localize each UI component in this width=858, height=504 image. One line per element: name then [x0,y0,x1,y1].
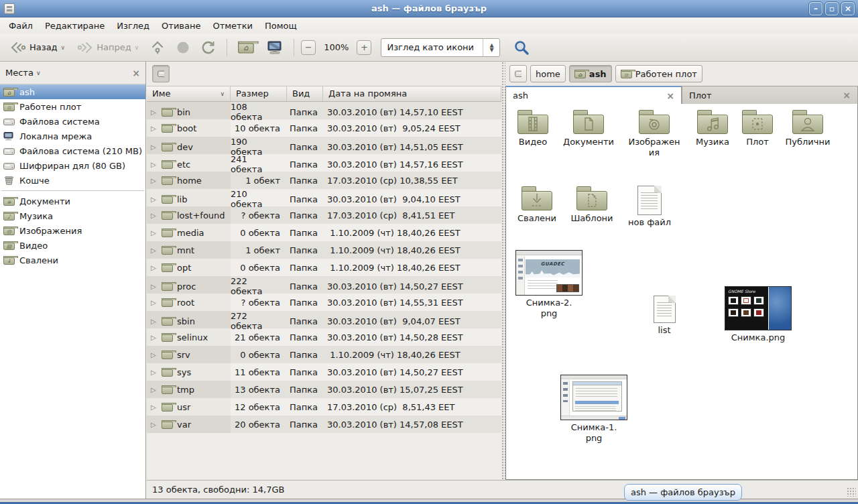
folder-item-pictures[interactable]: Изображен ия [626,109,682,159]
image-item-snimka[interactable]: GNOME Store Снимка.png [725,286,792,343]
sidebar-item-documents[interactable]: ≡ Документи [0,194,145,208]
table-row[interactable]: ▷ home 1 обект Папка 17.03.2010 (ср) 10,… [147,172,501,189]
expander-icon[interactable]: ▷ [151,177,158,184]
sidebar-item-ash[interactable]: ⌂ ash [0,84,145,99]
resize-grip[interactable] [847,487,856,497]
forward-history-chevron-icon[interactable]: ∨ [135,44,139,51]
maximize-button[interactable]: ▫ [825,2,839,15]
up-button[interactable] [146,38,169,57]
sidebar-item-desktop[interactable]: ▫ Работен плот [0,99,145,114]
table-row[interactable]: ▷ mnt 1 обект Папка 1.10.2009 (чт) 18,40… [147,241,501,259]
expander-icon[interactable]: ▷ [151,369,158,376]
table-row[interactable]: ▷ dev 190 обекта Папка 30.03.2010 (вт) 1… [147,137,501,154]
sidebar-title[interactable]: Места [5,68,34,78]
column-header-size[interactable]: Размер [231,86,287,101]
table-row[interactable]: ▷ bin 108 обекта Папка 30.03.2010 (вт) 1… [147,102,501,119]
file-item-list[interactable]: list [637,296,691,336]
folder-item-desktop[interactable]: Плот [732,109,783,147]
expander-icon[interactable]: ▷ [151,109,158,116]
folder-item-downloads[interactable]: Свалени [509,186,565,224]
table-row[interactable]: ▷ var 20 обекта Папка 30.03.2010 (вт) 14… [147,416,501,433]
expander-icon[interactable]: ▷ [151,386,158,393]
folder-item-templates[interactable]: Шаблони [564,186,620,224]
sidebar-item-pictures[interactable]: ◎ Изображения [0,223,145,238]
expander-icon[interactable]: ▷ [151,247,158,254]
back-history-chevron-icon[interactable]: ∨ [61,44,66,51]
table-row[interactable]: ▷ proc 222 обекта Папка 30.03.2010 (вт) … [147,276,501,294]
reload-button[interactable] [197,38,220,57]
sidebar-chevron-icon[interactable]: ∨ [36,70,132,76]
table-row[interactable]: ▷ opt 0 обекта Папка 1.10.2009 (чт) 18,4… [147,259,501,276]
expander-icon[interactable]: ▷ [151,125,158,132]
breadcrumb-desktop-button[interactable]: ▫ Работен плот [615,65,702,82]
sidebar-item-network[interactable]: Локална мрежа [0,129,145,143]
tab-close-icon[interactable]: × [666,90,674,101]
home-button[interactable]: ⌂ [234,40,253,54]
title-bar[interactable]: ash — файлов браузър – ▫ × [0,0,858,17]
file-item-new-file[interactable]: нов файл [620,186,679,228]
tab-plot[interactable]: Плот × [682,86,858,104]
column-header-type[interactable]: Вид [287,86,323,101]
sidebar-close-icon[interactable]: × [132,68,140,78]
table-row[interactable]: ▷ boot 10 обекта Папка 30.03.2010 (вт) 9… [147,119,501,137]
expander-icon[interactable]: ▷ [151,403,158,411]
expander-icon[interactable]: ▷ [151,283,158,290]
sidebar-item-music[interactable]: ♪ Музика [0,208,145,223]
breadcrumb-ash-button[interactable]: ⌂ ash [569,65,612,82]
image-item-snimka-2[interactable]: GUADEC Снимка-2. png [515,250,583,320]
expander-icon[interactable]: ▷ [151,264,158,271]
sidebar-item-videos[interactable]: ▤ Видео [0,238,145,253]
stop-button[interactable] [172,38,194,57]
folder-item-videos[interactable]: Видео [506,109,560,147]
tab-ash[interactable]: ash × [505,86,682,104]
expander-icon[interactable]: ▷ [151,351,158,359]
table-row[interactable]: ▷ usr 12 обекта Папка 17.03.2010 (ср) 8,… [147,398,501,416]
expander-icon[interactable]: ▷ [151,161,158,168]
zoom-in-button[interactable]: + [357,40,371,55]
expander-icon[interactable]: ▷ [151,334,158,341]
minimize-button[interactable]: – [809,2,822,15]
sidebar-item-downloads[interactable]: ↓ Свалени [0,253,145,267]
menu-view[interactable]: Изглед [111,18,156,34]
breadcrumb-home-button[interactable]: home [530,65,566,82]
sidebar-item-encrypted-80gb[interactable]: Шифриран дял (80 GB) [0,158,145,173]
menu-file[interactable]: Файл [3,18,39,34]
menu-edit[interactable]: Редактиране [39,18,111,34]
table-row[interactable]: ▷ tmp 13 обекта Папка 30.03.2010 (вт) 15… [147,381,501,398]
computer-button[interactable] [263,38,287,57]
column-header-date[interactable]: Дата на промяна [323,86,501,101]
table-row[interactable]: ▷ root ? обекта Папка 30.03.2010 (вт) 14… [147,294,501,311]
menu-bookmarks[interactable]: Отметки [206,18,258,34]
folder-item-documents[interactable]: Документи [558,109,619,147]
tab-close-icon[interactable]: × [843,90,851,101]
breadcrumb-root-button[interactable] [509,65,527,82]
expander-icon[interactable]: ▷ [151,421,158,428]
expander-icon[interactable]: ▷ [151,212,158,219]
sidebar-item-trash[interactable]: Кошче [0,173,145,188]
back-button[interactable]: Назад ∨ [5,38,70,57]
expander-icon[interactable]: ▷ [151,229,158,237]
menu-go[interactable]: Отиване [156,18,206,34]
expander-icon[interactable]: ▷ [151,318,158,325]
forward-button[interactable]: Напред ∨ [72,38,143,57]
view-mode-select[interactable]: Изглед като икони ▲ ▼ [381,38,500,57]
table-row[interactable]: ▷ lib 210 обекта Папка 30.03.2010 (вт) 9… [147,189,501,206]
table-row[interactable]: ▷ sbin 272 обекта Папка 30.03.2010 (вт) … [147,311,501,328]
table-row[interactable]: ▷ lost+found ? обекта Папка 17.03.2010 (… [147,206,501,224]
expander-icon[interactable]: ▷ [151,143,158,151]
icon-view[interactable]: Видео Документи Изображен ия Музика [505,104,858,480]
table-row[interactable]: ▷ media 0 обекта Папка 1.10.2009 (чт) 18… [147,224,501,241]
table-row[interactable]: ▷ srv 0 обекта Папка 1.10.2009 (чт) 18,4… [147,346,501,363]
folder-item-public[interactable]: Публични [778,109,837,147]
table-row[interactable]: ▷ selinux 21 обекта Папка 30.03.2010 (вт… [147,328,501,346]
expander-icon[interactable]: ▷ [151,196,158,203]
close-button[interactable]: × [841,2,855,15]
table-row[interactable]: ▷ etc 241 обекта Папка 30.03.2010 (вт) 1… [147,154,501,172]
zoom-out-button[interactable]: − [301,40,316,55]
column-header-name[interactable]: Име ∨ [147,86,231,101]
sidebar-item-filesystem-210mb[interactable]: Файлова система (210 MB) [0,143,145,158]
image-item-snimka-1[interactable]: Снимка-1. png [560,375,627,444]
expander-icon[interactable]: ▷ [151,299,158,306]
table-row[interactable]: ▷ sys 11 обекта Папка 30.03.2010 (вт) 14… [147,363,501,381]
menu-help[interactable]: Помощ [259,18,303,34]
